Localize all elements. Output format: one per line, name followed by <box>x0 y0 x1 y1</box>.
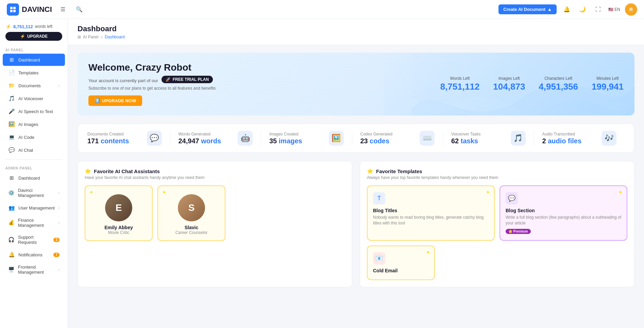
stat-icon-voiceover: 🎵 <box>511 131 526 146</box>
sidebar-item-ai-chat[interactable]: 💬 AI Chat <box>3 144 65 156</box>
minutes-left-value: 199,941 <box>592 81 624 92</box>
chat-icon: 💬 <box>8 147 15 153</box>
svg-rect-0 <box>10 7 13 9</box>
stat-value-words: 24,947 words <box>179 137 221 145</box>
sidebar-item-label: Notifications <box>18 252 43 257</box>
words-left-label: Words Left <box>440 76 480 81</box>
sidebar-item-label: AI Speech to Text <box>18 109 53 114</box>
logo-icon <box>7 3 19 16</box>
documents-icon: 📁 <box>8 83 15 89</box>
minutes-left-label: Minutes Left <box>592 76 624 81</box>
words-left-stat: Words Left 8,751,112 <box>440 76 480 92</box>
notifications-icon: 🔔 <box>8 252 15 258</box>
sidebar-item-templates[interactable]: 📄 Templates <box>3 67 65 79</box>
notifications-badge: 7 <box>53 253 60 257</box>
welcome-left: Welcome, Crazy Robot Your account is cur… <box>88 62 216 106</box>
plan-badge: 🚀 FREE TRIAL PLAN <box>162 76 213 83</box>
notifications-bell-icon[interactable]: 🔔 <box>561 4 572 15</box>
stat-card-audio: Audio Transcribed 2 audio files 🎶 <box>534 131 625 146</box>
sidebar-item-ai-voiceover[interactable]: 🎵 AI Voiceover <box>3 92 65 105</box>
sidebar-item-ai-speech[interactable]: 🎤 AI Speech to Text <box>3 105 65 117</box>
star-icon: ⭐ <box>85 168 91 174</box>
breadcrumb: ⊞ AI Panel » Dashboard <box>78 35 634 39</box>
hamburger-icon[interactable]: ☰ <box>57 4 68 15</box>
sidebar-item-frontend-mgmt[interactable]: 🖥️ Frontend Management › <box>3 261 65 278</box>
sidebar-item-support-req[interactable]: 🎧 Support Requests 3 <box>3 232 65 248</box>
sidebar-item-label: Dashboard <box>18 57 40 62</box>
stat-icon-audio: 🎶 <box>601 131 616 146</box>
chevron-right-icon2: › <box>58 191 60 195</box>
sidebar-item-admin-dashboard[interactable]: ⊞ Dashboard <box>3 172 65 184</box>
templates-section: ⭐ Favorite Templates Always have your to… <box>360 161 634 287</box>
speech-icon: 🎤 <box>8 108 15 114</box>
upgrade-now-button[interactable]: ⬆️ UPGRADE NOW <box>88 95 142 106</box>
slavic-name: Slavic <box>185 225 198 230</box>
user-avatar[interactable]: R <box>625 3 637 16</box>
template-card-blog-section[interactable]: ✦ 💬 Blog Section Write a full blog secti… <box>499 185 627 241</box>
page-header: Dashboard ⊞ AI Panel » Dashboard <box>68 19 644 45</box>
chat-card-slavic[interactable]: ✦ S Slavic Career Counselor <box>157 185 225 241</box>
sidebar-item-davinci-mgmt[interactable]: ⚙️ Davinci Management › <box>3 185 65 201</box>
chat-card-emily[interactable]: ✦ E Emily Abbey Movie Critic <box>85 185 153 241</box>
stats-row: Documents Created 171 contents 💬 Words G… <box>78 124 634 153</box>
sidebar-item-ai-code[interactable]: 💻 AI Code <box>3 131 65 143</box>
blog-titles-title: Blog Titles <box>373 208 489 213</box>
app-logo[interactable]: DAVINCI <box>7 3 52 16</box>
svg-rect-3 <box>13 10 16 12</box>
favorite-star-icon: ✦ <box>89 189 94 195</box>
breadcrumb-home[interactable]: AI Panel <box>83 35 98 39</box>
topnav-left: DAVINCI ☰ 🔍 <box>7 3 85 16</box>
blog-section-desc: Write a full blog section (few paragraph… <box>506 215 621 226</box>
create-doc-button[interactable]: Create AI Document ▲ <box>498 4 557 14</box>
template-card-cold-email[interactable]: ✦ 📧 Cold Email <box>367 245 435 280</box>
stat-card-images: Images Created 35 images 🖼️ <box>261 131 352 146</box>
svg-rect-1 <box>13 7 16 9</box>
words-count: 8,751,112 <box>13 24 33 29</box>
stat-value-codes: 23 codes <box>360 137 393 145</box>
chevron-right-icon4: › <box>58 221 60 225</box>
stat-card-voiceover: Voiceover Tasks 62 tasks 🎵 <box>443 131 534 146</box>
breadcrumb-separator: » <box>100 35 103 39</box>
frontend-mgmt-icon: 🖥️ <box>8 267 15 273</box>
chat-assistants-title: ⭐ Favorite AI Chat Assistants <box>85 168 345 174</box>
chevron-right-icon: › <box>58 84 60 88</box>
fullscreen-icon[interactable]: ⛶ <box>593 4 604 15</box>
sidebar-item-finance-mgmt[interactable]: 💰 Finance Management › <box>3 215 65 231</box>
dark-mode-icon[interactable]: 🌙 <box>577 4 588 15</box>
emily-avatar: E <box>105 194 132 221</box>
words-left-badge: ⚡ 8,751,112 words left <box>5 24 62 29</box>
favorite-star-icon5: ✦ <box>426 250 430 255</box>
sidebar-item-notifications[interactable]: 🔔 Notifications 7 <box>3 249 65 261</box>
welcome-stats: Words Left 8,751,112 Images Left 104,873… <box>440 76 624 92</box>
language-selector[interactable]: 🇺🇸 EN <box>608 7 620 12</box>
sidebar: ⚡ 8,751,112 words left ⚡ UPGRADE AI PANE… <box>0 19 68 328</box>
rocket-icon: 🚀 <box>166 77 171 82</box>
chat-assistants-header: ⭐ Favorite AI Chat Assistants Have your … <box>85 168 345 180</box>
sidebar-item-dashboard[interactable]: ⊞ Dashboard <box>3 54 65 66</box>
chevron-right-icon5: › <box>58 268 60 272</box>
search-icon[interactable]: 🔍 <box>74 4 85 15</box>
cold-email-icon: 📧 <box>373 252 385 265</box>
sidebar-item-documents[interactable]: 📁 Documents › <box>3 79 65 92</box>
sidebar-item-user-mgmt[interactable]: 👥 User Management › <box>3 202 65 214</box>
welcome-sub-text: Subscribe to one of our plans to get acc… <box>88 86 216 91</box>
upgrade-icon: ⬆️ <box>95 98 100 103</box>
sidebar-item-label: Frontend Management <box>18 265 55 275</box>
images-left-label: Images Left <box>493 76 525 81</box>
template-card-blog-titles[interactable]: ✦ T Blog Titles Nobody wants to read bor… <box>367 185 495 241</box>
cold-email-row: ✦ 📧 Cold Email <box>367 245 627 280</box>
content-area: Welcome, Crazy Robot Your account is cur… <box>68 45 644 295</box>
upgrade-button[interactable]: ⚡ UPGRADE <box>5 32 62 41</box>
stat-label-voiceover: Voiceover Tasks <box>451 132 481 136</box>
chat-assistants-section: ⭐ Favorite AI Chat Assistants Have your … <box>78 161 352 287</box>
emily-avatar-placeholder: E <box>105 194 132 221</box>
stat-icon-docs: 💬 <box>147 131 162 146</box>
sidebar-item-ai-images[interactable]: 🖼️ AI Images <box>3 118 65 130</box>
sidebar-item-label: AI Voiceover <box>18 96 43 101</box>
stat-label-images: Images Created <box>269 132 302 136</box>
stat-label-audio: Audio Transcribed <box>542 132 582 136</box>
code-icon: 💻 <box>8 134 15 140</box>
sidebar-item-label: Documents <box>18 83 41 88</box>
topnav-right: Create AI Document ▲ 🔔 🌙 ⛶ 🇺🇸 EN R <box>498 3 637 16</box>
sidebar-item-label: Support Requests <box>18 235 50 245</box>
